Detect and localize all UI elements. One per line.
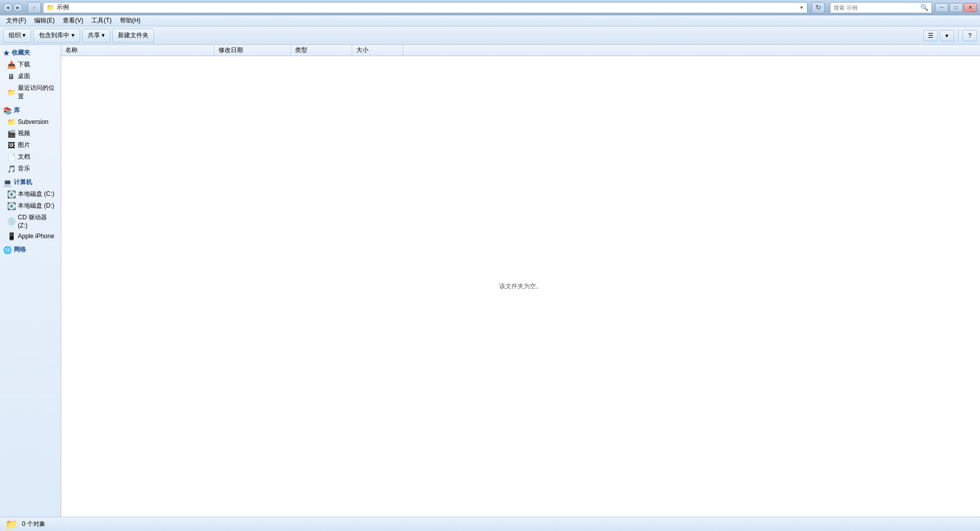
sidebar-item-apple-iphone[interactable]: 📱 Apple iPhone [0, 231, 61, 242]
sidebar-item-desktop[interactable]: 🖥 桌面 [0, 70, 61, 82]
network-icon: 🌐 [3, 246, 12, 254]
subversion-icon: 📁 [7, 118, 15, 126]
computer-label: 计算机 [14, 178, 32, 187]
menu-edit[interactable]: 编辑(E) [30, 15, 59, 26]
file-content: 该文件夹为空。 [61, 56, 980, 517]
sidebar-section-libraries: 📚 库 📁 Subversion 🎬 视频 🖼 图片 📄 文档 🎵 音乐 [0, 105, 61, 174]
documents-label: 文档 [18, 153, 30, 161]
share-button[interactable]: 共享 ▾ [82, 29, 110, 43]
status-folder-icon: 📁 [5, 518, 18, 530]
sidebar-item-subversion[interactable]: 📁 Subversion [0, 116, 61, 128]
toolbar-right: ☰ ▾ ? [923, 30, 977, 42]
recent-icon: 📁 [7, 88, 15, 96]
menu-view[interactable]: 查看(V) [59, 15, 87, 26]
menu-help[interactable]: 帮助(H) [116, 15, 145, 26]
search-bar[interactable]: 🔍 [830, 2, 932, 13]
col-name[interactable]: 名称 [61, 45, 214, 56]
status-bar: 📁 0 个对象 [0, 517, 980, 531]
search-icon[interactable]: 🔍 [920, 4, 928, 11]
col-modified[interactable]: 修改日期 [214, 45, 291, 56]
folder-icon: 📁 [46, 4, 55, 11]
documents-icon: 📄 [7, 153, 15, 161]
sidebar-section-network: 🌐 网络 [0, 244, 61, 256]
network-header[interactable]: 🌐 网络 [0, 244, 61, 256]
refresh-button[interactable]: ↻ [812, 2, 825, 13]
sidebar-item-drive-c[interactable]: 💽 本地磁盘 (C:) [0, 188, 61, 200]
forward-button[interactable]: ► [13, 3, 22, 12]
network-label: 网络 [14, 245, 26, 254]
nav-btn-group: ◄ ► [3, 3, 22, 12]
view-arrow-button[interactable]: ▾ [940, 30, 954, 41]
library-label: 库 [14, 106, 20, 115]
downloads-icon: 📥 [7, 61, 15, 69]
downloads-label: 下载 [18, 60, 30, 69]
drive-d-icon: 💽 [7, 202, 15, 210]
column-headers: 名称 修改日期 类型 大小 [61, 45, 980, 56]
close-button[interactable]: ✕ [964, 3, 977, 12]
menu-bar: 文件(F) 编辑(E) 查看(V) 工具(T) 帮助(H) [0, 15, 980, 27]
title-bar-left: ◄ ► ↑ 📁 示例 ▼ ↻ 🔍 [3, 2, 932, 13]
toolbar-divider [958, 30, 959, 42]
video-icon: 🎬 [7, 130, 15, 138]
desktop-label: 桌面 [18, 72, 30, 81]
help-button[interactable]: ? [963, 30, 977, 41]
apple-iphone-icon: 📱 [7, 232, 15, 240]
subversion-label: Subversion [18, 118, 48, 125]
recent-label: 最近访问的位置 [18, 84, 58, 101]
music-label: 音乐 [18, 164, 30, 173]
include-library-button[interactable]: 包含到库中 ▾ [33, 29, 80, 43]
status-count: 0 个对象 [22, 520, 45, 528]
new-folder-button[interactable]: 新建文件夹 [112, 29, 154, 43]
toolbar: 组织 ▾ 包含到库中 ▾ 共享 ▾ 新建文件夹 ☰ ▾ ? [0, 27, 980, 45]
menu-file[interactable]: 文件(F) [2, 15, 30, 26]
menu-tools[interactable]: 工具(T) [87, 15, 115, 26]
favorites-header[interactable]: ★ 收藏夹 [0, 47, 61, 59]
organize-button[interactable]: 组织 ▾ [3, 29, 31, 43]
favorites-label: 收藏夹 [12, 48, 30, 57]
sidebar-item-video[interactable]: 🎬 视频 [0, 128, 61, 139]
col-size[interactable]: 大小 [352, 45, 403, 56]
sidebar-item-recent[interactable]: 📁 最近访问的位置 [0, 82, 61, 103]
back-button[interactable]: ◄ [3, 3, 12, 12]
maximize-button[interactable]: □ [949, 3, 963, 12]
sidebar-item-music[interactable]: 🎵 音乐 [0, 163, 61, 174]
sidebar: ★ 收藏夹 📥 下载 🖥 桌面 📁 最近访问的位置 📚 库 [0, 45, 61, 517]
view-toggle-button[interactable]: ☰ [923, 30, 938, 41]
title-bar: ◄ ► ↑ 📁 示例 ▼ ↻ 🔍 ─ □ ✕ [0, 0, 980, 15]
drive-c-label: 本地磁盘 (C:) [18, 190, 54, 198]
address-bar[interactable]: 📁 示例 ▼ [43, 2, 807, 13]
apple-iphone-label: Apple iPhone [18, 233, 54, 240]
sidebar-section-favorites: ★ 收藏夹 📥 下载 🖥 桌面 📁 最近访问的位置 [0, 47, 61, 103]
pictures-icon: 🖼 [7, 141, 15, 149]
music-icon: 🎵 [7, 165, 15, 173]
col-type[interactable]: 类型 [291, 45, 352, 56]
video-label: 视频 [18, 129, 30, 138]
minimize-button[interactable]: ─ [935, 3, 948, 12]
library-icon: 📚 [3, 107, 12, 115]
sidebar-item-drive-d[interactable]: 💽 本地磁盘 (D:) [0, 200, 61, 212]
sidebar-item-drive-z[interactable]: 💿 CD 驱动器 (Z:) [0, 212, 61, 231]
empty-folder-text: 该文件夹为空。 [499, 282, 542, 291]
pictures-label: 图片 [18, 141, 30, 149]
computer-header[interactable]: 💻 计算机 [0, 176, 61, 188]
computer-icon: 💻 [3, 179, 12, 187]
libraries-header[interactable]: 📚 库 [0, 105, 61, 116]
drive-z-label: CD 驱动器 (Z:) [18, 213, 58, 229]
sidebar-item-downloads[interactable]: 📥 下载 [0, 59, 61, 70]
window-controls: ─ □ ✕ [935, 3, 977, 12]
drive-z-icon: 💿 [7, 217, 15, 225]
up-button[interactable]: ↑ [28, 2, 41, 13]
drive-c-icon: 💽 [7, 190, 15, 198]
sidebar-item-documents[interactable]: 📄 文档 [0, 151, 61, 163]
main-area: ★ 收藏夹 📥 下载 🖥 桌面 📁 最近访问的位置 📚 库 [0, 45, 980, 517]
address-text: 示例 [57, 3, 797, 12]
address-dropdown-arrow[interactable]: ▼ [799, 5, 804, 10]
search-input[interactable] [834, 5, 920, 11]
sidebar-section-computer: 💻 计算机 💽 本地磁盘 (C:) 💽 本地磁盘 (D:) 💿 CD 驱动器 (… [0, 176, 61, 242]
favorites-icon: ★ [3, 49, 10, 57]
drive-d-label: 本地磁盘 (D:) [18, 201, 54, 210]
file-area: 名称 修改日期 类型 大小 该文件夹为空。 [61, 45, 980, 517]
desktop-icon: 🖥 [7, 72, 15, 81]
sidebar-item-pictures[interactable]: 🖼 图片 [0, 139, 61, 151]
